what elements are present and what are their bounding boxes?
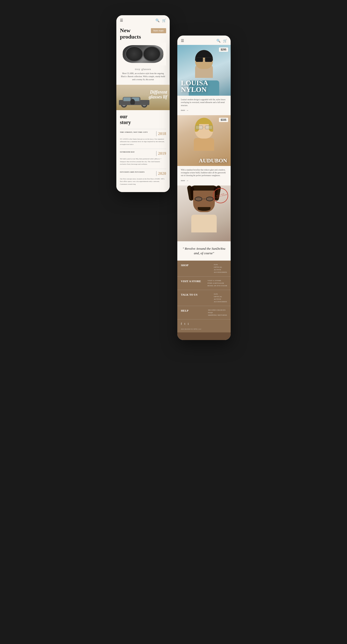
footer-row-shop-inner: SHOP SUN OPTICAL ACTIVE ACCESSORIES [181,264,227,273]
footer-row-help-inner: HELP SECOND CHANCES FAQS SHIPPING+RETURN… [181,309,227,316]
footer-category-help[interactable]: HELP [181,309,199,312]
footer-links-visit: VISIT A STORE FIND A RETAILER BOOK AN EY… [208,280,227,287]
timeline-label-3: SUN DAYS ARE FUN DAYS [120,171,145,173]
footer-links-help: SECOND CHANCES FAQS SHIPPING+RETURNS [208,309,227,316]
timeline-divider-2 [156,151,156,156]
footer-category-talk[interactable]: TALK TO US [181,293,199,296]
louisa-more-link[interactable]: more → [181,109,227,112]
story-section: our story THE STREET, NOT THE CITY 2018 … [116,110,170,192]
cart-icon[interactable]: 🛒 [162,19,166,23]
louisa-price: $295 [219,47,228,52]
phone-right: ☰ 🔍 🛒 [177,36,231,340]
quote-section: " Revolve Around the SunDoYou and, of co… [177,241,231,261]
footer-row-talk-inner: TALK TO US SUN OPTICAL ACTIVE ACCESSORIE… [181,293,227,303]
right-header-icons: 🔍 🛒 [216,39,227,43]
louisa-more-arrow: → [186,109,188,112]
right-header: ☰ 🔍 🛒 [177,36,231,45]
footer-row-visit: VISIT A STORE VISIT A STORE FIND A RETAI… [177,277,231,290]
footer-link-sun[interactable]: SUN [214,264,227,266]
search-icon[interactable]: 🔍 [155,19,160,23]
menu-icon[interactable]: ☰ [120,18,123,23]
right-menu-icon[interactable]: ☰ [181,39,184,43]
man-photo-area: HIGH END GLASSES STAND [177,185,231,241]
svg-rect-6 [123,97,131,101]
person-silhouette [130,99,135,105]
timeline-desc-2: We built a pool at our HQ, then partnere… [120,158,166,166]
header-icons: 🔍 🛒 [155,19,166,23]
product-card-3: HIGH END GLASSES STAND [177,185,231,241]
story-title: our story [120,114,166,125]
footer-link-second-chances[interactable]: SECOND CHANCES [208,309,227,311]
product-card-audubon: $335 AUDUBON With a standout browline th… [177,115,231,185]
glasses-carousel: ← → [120,43,166,65]
lifestyle-section: Different glasses lif [116,85,170,110]
timeline-year-3: 2020 [158,171,166,176]
glasses-name: troy glasses [120,67,166,71]
footer-link-optical[interactable]: OPTICAL [214,266,227,268]
right-cart-icon[interactable]: 🛒 [223,39,227,43]
louisa-name: LOUISA NYLON [181,80,208,93]
footer-link-shipping[interactable]: SHIPPING+RETURNS [208,314,227,316]
quote-text: " Revolve Around the SunDoYou and, of co… [181,246,227,256]
louisa-image-area: $295 LOUISA NYLON [177,45,231,96]
audubon-name: AUDUBON [199,158,227,163]
audubon-name-overlay: AUDUBON [195,156,231,166]
audubon-image-area: $335 AUDUBON [177,115,231,166]
footer-links-shop: SUN OPTICAL ACTIVE ACCESSORIES [214,264,227,273]
footer-link-active[interactable]: ACTIVE [214,269,227,271]
timeline-item-1: THE STREET, NOT THE CITY 2018 ST. LOUIS … [120,129,166,146]
footer-link-talk-optical[interactable]: OPTICAL [214,296,227,298]
audubon-more-arrow: → [186,179,188,182]
footer-link-visit-store[interactable]: VISIT A STORE [208,280,227,282]
carousel-next-button[interactable]: → [162,52,165,56]
new-products-title: New products [120,27,141,40]
footer-social: f t i [177,319,231,328]
footer-row-visit-inner: VISIT A STORE VISIT A STORE FIND A RETAI… [181,280,227,287]
new-products-section: New products from main ← → troy glasses … [116,25,170,85]
lifestyle-title-line1: Different [149,90,167,95]
new-products-header: New products from main [120,27,166,40]
stamp-text: HIGH END GLASSES STAND [213,192,228,199]
twitter-icon[interactable]: t [184,322,185,326]
lifestyle-title-line2: glasses lif [149,95,167,100]
timeline-year-wrapper-2: 2019 [156,151,166,156]
left-header: ☰ 🔍 🛒 [116,15,170,25]
timeline-header-2: SUNROOM DAY 2019 [120,151,166,156]
footer-link-find-retailer[interactable]: FIND A RETAILER [208,282,227,284]
footer-link-talk-sun[interactable]: SUN [214,293,227,295]
lifestyle-text: Different glasses lif [149,90,167,100]
right-search-icon[interactable]: 🔍 [216,39,220,43]
timeline-year-1: 2018 [158,131,166,136]
timeline-divider-1 [156,131,156,136]
audubon-price: $335 [219,118,228,122]
timeline-header-3: SUN DAYS ARE FUN DAYS 2020 [120,171,166,176]
facebook-icon[interactable]: f [181,322,182,326]
stamp-overlay: HIGH END GLASSES STAND [213,188,228,203]
timeline-label-1: THE STREET, NOT THE CITY [120,131,148,133]
timeline-year-wrapper-3: 2020 [156,171,166,176]
footer-link-book-exam[interactable]: BOOK AN EYE EXAM [208,285,227,287]
timeline-label-2: SUNROOM DAY [120,151,135,153]
footer-link-accessories[interactable]: ACCESSORIES [214,271,227,273]
woman-figure [191,118,217,151]
footer-category-shop[interactable]: SHOP [181,264,199,267]
from-main-button[interactable]: from main [151,28,166,33]
audubon-more-link[interactable]: more → [181,179,227,182]
instagram-icon[interactable]: i [188,322,188,326]
audubon-desc: With a standout browline that reduces gl… [181,168,227,177]
timeline-divider-3 [156,171,156,176]
stamp-circle: HIGH END GLASSES STAND [211,186,230,205]
timeline-desc-3: Our first concept store, located on the … [120,178,166,186]
audubon-info: With a standout browline that reduces gl… [177,166,231,185]
footer-row-talk: TALK TO US SUN OPTICAL ACTIVE ACCESSORIE… [177,290,231,306]
footer-link-talk-accessories[interactable]: ACCESSORIES [214,301,227,303]
timeline-year-2: 2019 [158,151,166,156]
footer-row-help: HELP SECOND CHANCES FAQS SHIPPING+RETURN… [177,306,231,319]
footer-link-talk-active[interactable]: ACTIVE [214,298,227,300]
glasses-description: Meet CLARK, an exclusive style from the … [120,72,166,81]
timeline-header-1: THE STREET, NOT THE CITY 2018 [120,131,166,136]
footer-link-faqs[interactable]: FAQS [208,312,227,314]
footer-row-shop: SHOP SUN OPTICAL ACTIVE ACCESSORIES [177,261,231,277]
timeline-desc-1: ST. LOUIS is the frame that put us on th… [120,138,166,146]
footer-category-visit[interactable]: VISIT A STORE [181,280,201,283]
